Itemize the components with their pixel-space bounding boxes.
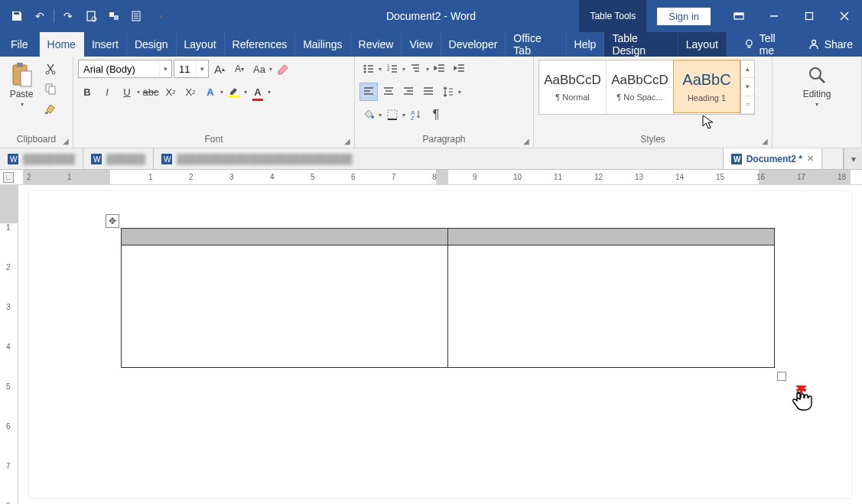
tab-review[interactable]: Review [351,32,402,57]
cut-button[interactable] [41,60,60,78]
doctab-blurred-3[interactable]: W ███████████████████████████ [154,148,724,169]
table-cell[interactable] [122,245,448,368]
svg-text:W: W [93,155,101,164]
maximize-button[interactable] [792,0,827,32]
tab-insert[interactable]: Insert [84,32,127,57]
undo-button[interactable]: ↶ [29,5,50,27]
tab-office-tab[interactable]: Office Tab [506,32,566,57]
align-right-button[interactable] [399,83,418,101]
subscript-button[interactable]: X2 [161,83,180,101]
paragraph-launcher[interactable]: ◢ [521,135,532,146]
clipboard-launcher[interactable]: ◢ [60,135,71,146]
superscript-button[interactable]: X2 [181,83,200,101]
line-spacing-button[interactable] [439,83,457,101]
align-left-button[interactable] [359,83,378,101]
decrease-indent-button[interactable] [431,60,449,78]
format-painter-button[interactable] [41,99,60,118]
tab-table-design[interactable]: Table Design [604,32,678,57]
font-name-input[interactable] [79,60,159,77]
shading-button[interactable] [359,106,378,124]
grow-font-button[interactable]: A▴ [210,60,229,78]
share-button[interactable]: Share [799,32,862,57]
tab-mailings[interactable]: Mailings [295,32,350,57]
highlight-button[interactable] [225,83,243,101]
table-row[interactable] [122,245,775,368]
table-header-row[interactable] [122,229,775,245]
font-name-box[interactable]: ▾ [78,60,172,78]
group-editing: Editing ▾ [773,57,862,148]
print-preview-button[interactable] [80,5,102,27]
font-size-input[interactable] [174,60,196,77]
doctab-close[interactable]: ✕ [807,154,814,164]
doctab-new[interactable] [822,148,844,169]
tab-selector[interactable]: ∟ [3,172,14,183]
bullets-button[interactable] [359,60,378,78]
page[interactable]: ✥ ✱ [29,191,851,498]
qat-button-1[interactable] [103,5,125,27]
doctab-active[interactable]: W Document2 * ✕ [724,148,822,169]
table-cell[interactable] [448,229,775,245]
doctab-blurred-2[interactable]: W ██████ [83,148,154,169]
paste-button[interactable]: Paste ▾ [5,60,38,111]
change-case-button[interactable]: Aa [250,60,268,78]
tab-file[interactable]: File [0,32,40,57]
table-cell[interactable] [122,229,448,245]
style-heading-1[interactable]: AaBbC Heading 1 [673,60,740,113]
font-color-button[interactable]: A [249,83,267,101]
justify-button[interactable] [419,83,438,101]
tab-developer[interactable]: Developer [441,32,506,57]
font-size-dropdown[interactable]: ▾ [196,60,208,77]
borders-button[interactable] [383,106,402,124]
text-effects-button[interactable]: A [201,83,220,101]
table-move-handle[interactable]: ✥ [106,214,119,228]
shrink-font-button[interactable]: A▾ [230,60,249,78]
sign-in-button[interactable]: Sign in [657,8,711,25]
tab-home[interactable]: Home [40,32,84,57]
save-button[interactable] [6,5,28,27]
table-resize-handle[interactable] [777,372,786,381]
styles-expand[interactable]: ＝ [741,96,754,114]
tab-references[interactable]: References [225,32,296,57]
align-center-button[interactable] [379,83,398,101]
tab-table-layout[interactable]: Layout [678,32,727,57]
italic-button[interactable]: I [98,83,116,101]
doctab-blurred-1[interactable]: W ████████ [0,148,83,169]
minimize-button[interactable] [756,0,792,32]
group-clipboard: Paste ▾ Clipboard ◢ [0,57,73,148]
styles-scroll-up[interactable]: ▴ [741,60,754,78]
style-normal[interactable]: AaBbCcD ¶ Normal [539,60,607,114]
ruler-vertical[interactable]: 12345678 [0,185,18,504]
qat-customize-button[interactable]: ▾ [149,5,171,27]
tab-design[interactable]: Design [127,32,177,57]
tab-view[interactable]: View [402,32,441,57]
font-launcher[interactable]: ◢ [342,135,353,146]
multilevel-list-button[interactable] [407,60,425,78]
document-table[interactable] [121,228,775,368]
doctabs-dropdown[interactable]: ▾ [844,148,862,169]
redo-button[interactable]: ↷ [57,5,79,27]
strikethrough-button[interactable]: abc [141,83,160,101]
tab-layout[interactable]: Layout [177,32,225,57]
close-button[interactable] [827,0,862,32]
tell-me-button[interactable]: Tell me [736,32,799,57]
clear-formatting-button[interactable] [274,60,292,78]
underline-button[interactable]: U [118,83,136,101]
styles-launcher[interactable]: ◢ [760,135,770,146]
table-cell[interactable] [448,245,775,368]
ribbon-display-button[interactable] [721,0,756,32]
copy-button[interactable] [41,80,60,98]
show-hide-button[interactable]: ¶ [427,106,445,124]
font-name-dropdown[interactable]: ▾ [159,60,171,77]
qat-button-2[interactable] [126,5,148,27]
styles-scroll-down[interactable]: ▾ [741,78,754,96]
style-no-spacing[interactable]: AaBbCcD ¶ No Spac... [607,60,674,114]
numbering-button[interactable]: 12 [383,60,402,78]
bold-button[interactable]: B [78,83,96,101]
sort-button[interactable]: AZ [407,106,425,124]
editing-button[interactable]: Editing ▾ [799,60,836,111]
increase-indent-button[interactable] [451,60,469,78]
tab-help[interactable]: Help [567,32,605,57]
styles-gallery[interactable]: AaBbCcD ¶ Normal AaBbCcD ¶ No Spac... Aa… [538,60,755,115]
ruler-horizontal[interactable]: ∟ 21123456789101112131415161718 [0,170,862,185]
font-size-box[interactable]: ▾ [174,60,209,78]
